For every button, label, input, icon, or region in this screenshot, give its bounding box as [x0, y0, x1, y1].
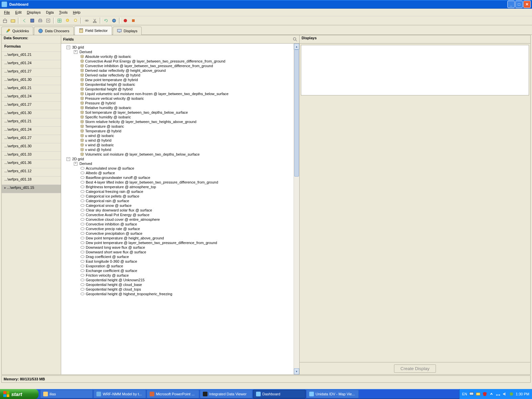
- tree-row[interactable]: +Derived: [62, 161, 299, 166]
- tree-row[interactable]: Soil temperature @ layer_between_two_dep…: [62, 110, 299, 115]
- tree-row[interactable]: Pressure vertical velocity @ isobaric: [62, 96, 299, 101]
- tb-home-icon[interactable]: [1, 17, 9, 24]
- scroll-down-button[interactable]: ▼: [294, 368, 299, 374]
- fields-tree[interactable]: –3D grid+DerivedAbsolute vorticity @ iso…: [61, 44, 299, 374]
- data-source-item[interactable]: ...\wrfprs_d01.12: [2, 168, 61, 177]
- tree-row[interactable]: Accumulated snow @ surface: [62, 166, 299, 171]
- tree-row[interactable]: Convective precip rate @ surface: [62, 226, 299, 231]
- tray-app-icon[interactable]: [509, 392, 514, 396]
- create-display-button[interactable]: Create Display: [394, 364, 436, 373]
- formulas-item[interactable]: Formulas: [2, 44, 61, 52]
- tree-row[interactable]: Categorical ice pellets @ surface: [62, 194, 299, 199]
- tree-row[interactable]: Categorical rain @ surface: [62, 199, 299, 203]
- tree-row[interactable]: Friction velocity @ surface: [62, 273, 299, 278]
- tray-chevron-icon[interactable]: [489, 392, 494, 396]
- tb-refresh-icon[interactable]: [102, 17, 110, 24]
- data-source-item[interactable]: ...\wrfprs_d01.18: [2, 177, 61, 185]
- collapse-icon[interactable]: –: [66, 46, 70, 49]
- tree-row[interactable]: Geopotential height @ cloud_base: [62, 282, 299, 287]
- tree-row[interactable]: Dew point temperature @ height_above_gro…: [62, 236, 299, 240]
- tree-row[interactable]: Geopotential height @ highest_tropospher…: [62, 292, 299, 296]
- tree-row[interactable]: Geopotential height @ hybrid: [62, 87, 299, 91]
- tree-row[interactable]: Dew point temperature @ layer_between_tw…: [62, 240, 299, 245]
- menu-file[interactable]: File: [1, 10, 13, 15]
- tree-row[interactable]: Geopotential height @ isobaric: [62, 82, 299, 87]
- tree-row[interactable]: Downward short wave flux @ surface: [62, 250, 299, 254]
- tb-link-icon[interactable]: [83, 17, 90, 24]
- tree-row[interactable]: Absolute vorticity @ isobaric: [62, 54, 299, 59]
- lang-indicator[interactable]: EN: [462, 392, 467, 396]
- data-source-item[interactable]: ...\wrfprs_d01.21: [2, 52, 61, 60]
- tb-record-icon[interactable]: [122, 17, 129, 24]
- data-source-item[interactable]: ...\wrfprs_d01.33: [2, 152, 61, 160]
- collapse-icon[interactable]: –: [66, 157, 70, 161]
- scroll-thumb[interactable]: [294, 50, 299, 177]
- scrollbar[interactable]: ▲ ▼: [294, 44, 299, 374]
- tree-row[interactable]: Geopotential height @ cloud_tops: [62, 287, 299, 292]
- tree-row[interactable]: East longitude 0-360 @ surface: [62, 259, 299, 264]
- data-source-item[interactable]: ...\wrfprs_d01.24: [2, 127, 61, 135]
- tree-row[interactable]: u wind @ hybrid: [62, 138, 299, 143]
- tree-row[interactable]: Baseflow-groundwater runoff @ surface: [62, 175, 299, 180]
- scroll-up-button[interactable]: ▲: [294, 44, 299, 50]
- data-source-item[interactable]: ▸...\wrfprs_d01.15: [2, 185, 61, 193]
- tree-row[interactable]: Pressure @ hybrid: [62, 101, 299, 105]
- tree-row[interactable]: Best 4-layer lifted index @ layer_betwee…: [62, 180, 299, 185]
- expand-icon[interactable]: +: [74, 50, 77, 54]
- tree-row[interactable]: Convective precipitation @ surface: [62, 231, 299, 236]
- tray-shield-icon[interactable]: [482, 392, 487, 396]
- tree-row[interactable]: Convective cloud cover @ entire_atmosphe…: [62, 217, 299, 222]
- data-source-item[interactable]: ...\wrfprs_d01.30: [2, 110, 61, 118]
- tree-row[interactable]: v wind @ isobaric: [62, 143, 299, 147]
- tree-row[interactable]: v wind @ hybrid: [62, 147, 299, 152]
- tree-row[interactable]: Dew point temperature @ hybrid: [62, 77, 299, 82]
- tb-grid-icon[interactable]: [56, 17, 63, 24]
- tb-save-icon[interactable]: [29, 17, 36, 24]
- tb-print-icon[interactable]: [37, 17, 44, 24]
- tab-fieldselector[interactable]: Field Selector: [74, 26, 112, 35]
- tray-volume-icon[interactable]: [502, 392, 507, 396]
- start-button[interactable]: start: [0, 389, 39, 399]
- tree-row[interactable]: Specific humidity @ isobaric: [62, 115, 299, 119]
- tb-stop-icon[interactable]: [130, 17, 137, 24]
- data-source-item[interactable]: ...\wrfprs_d01.27: [2, 102, 61, 110]
- close-button[interactable]: ✕: [523, 1, 531, 8]
- taskbar-item[interactable]: Microsoft PowerPoint ...: [147, 390, 199, 398]
- tab-datachoosers[interactable]: Data Choosers: [34, 27, 73, 35]
- tree-row[interactable]: –3D grid: [62, 45, 299, 50]
- menu-help[interactable]: Help: [70, 10, 83, 15]
- tree-row[interactable]: Downward long wave flux @ surface: [62, 245, 299, 250]
- tree-row[interactable]: Brightness temperature @ atmosphere_top: [62, 185, 299, 189]
- tab-displays[interactable]: Displays: [113, 27, 142, 35]
- tray-network-icon[interactable]: [496, 392, 500, 396]
- menu-tools[interactable]: Tools: [57, 10, 70, 15]
- tree-row[interactable]: Categorical freezing rain @ surface: [62, 189, 299, 194]
- taskbar-item[interactable]: Unidata IDV - Map Vie...: [306, 390, 359, 398]
- taskbar-item[interactable]: ilias: [40, 390, 93, 398]
- tree-row[interactable]: Temperature @ isobaric: [62, 124, 299, 129]
- data-source-item[interactable]: ...\wrfprs_d01.21: [2, 118, 61, 127]
- tree-row[interactable]: Convective inhibition @ surface: [62, 222, 299, 226]
- tree-row[interactable]: Categorical snow @ surface: [62, 203, 299, 208]
- tree-row[interactable]: Exchange coefficient @ surface: [62, 268, 299, 273]
- maximize-button[interactable]: □: [515, 1, 523, 8]
- tree-row[interactable]: Clear sky downward solar flux @ surface: [62, 208, 299, 212]
- tray-monitor-icon[interactable]: [469, 392, 474, 396]
- tree-row[interactable]: Albedo @ surface: [62, 171, 299, 175]
- tree-row[interactable]: Derived radar reflectivity @ height_abov…: [62, 68, 299, 73]
- tree-row[interactable]: Convective Avail Pot Energy @ surface: [62, 212, 299, 217]
- tb-back-icon[interactable]: [21, 17, 28, 24]
- taskbar-item[interactable]: Dashboard: [253, 390, 306, 398]
- tb-open-icon[interactable]: [9, 17, 17, 24]
- tree-row[interactable]: Convective inhibition @ layer_between_tw…: [62, 64, 299, 68]
- tb-cut-icon[interactable]: [91, 17, 98, 24]
- tb-export-icon[interactable]: [45, 17, 52, 24]
- data-source-item[interactable]: ...\wrfprs_d01.27: [2, 68, 61, 77]
- data-source-item[interactable]: ...\wrfprs_d01.27: [2, 135, 61, 143]
- tb-globe-icon[interactable]: [110, 17, 118, 24]
- tab-quicklinks[interactable]: Quicklinks: [1, 27, 33, 35]
- expand-icon[interactable]: +: [74, 162, 77, 166]
- data-source-item[interactable]: ...\wrfprs_d01.24: [2, 60, 61, 68]
- data-source-item[interactable]: ...\wrfprs_d01.36: [2, 160, 61, 168]
- search-icon[interactable]: [293, 37, 297, 42]
